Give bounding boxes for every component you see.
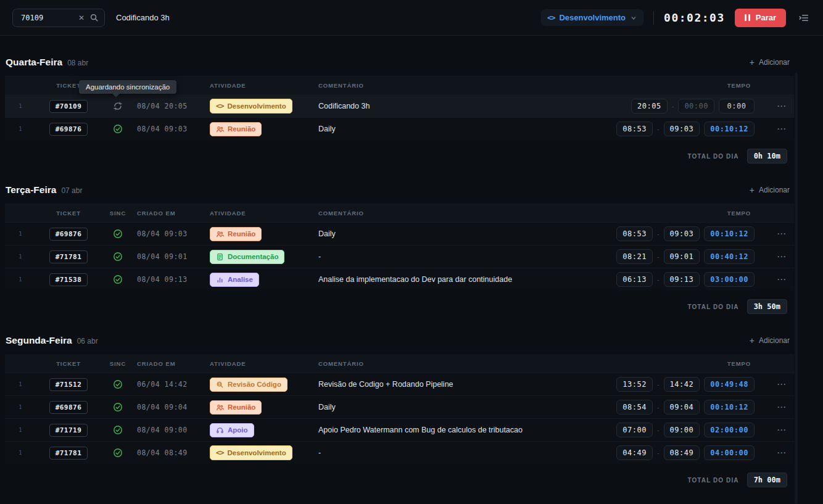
start-time-input[interactable]: 13:52 [616,377,653,392]
scrollbar[interactable] [795,73,798,504]
start-time-input[interactable]: 08:53 [616,122,653,136]
start-time-input[interactable]: 04:49 [616,445,653,460]
time-entry-row[interactable]: 1 #71781 08/04 09:01 Documentação - 08:2… [5,245,794,268]
created-at: 08/04 09:13 [134,275,210,284]
time-entry-row[interactable]: 1 #70109 08/04 20:05 <> Desenvolvimento … [5,94,794,117]
row-menu-button[interactable]: ⋯ [769,123,794,134]
ticket-badge[interactable]: #71538 [49,273,88,286]
duration-value[interactable]: 00:49:48 [704,377,755,392]
time-entry-row[interactable]: 1 #71719 08/04 09:00 Apoio Apoio Pedro W… [5,418,794,441]
column-header-tempo: TEMPO [611,360,769,367]
end-time-input[interactable]: 00:00 [678,99,714,114]
duration-value[interactable]: 00:10:12 [704,122,755,136]
ticket-badge[interactable]: #71781 [49,250,88,263]
activity-badge[interactable]: Reunião [210,122,262,136]
collapse-panel-icon [798,12,809,23]
activity-badge[interactable]: Documentação [210,250,284,264]
sync-success-icon[interactable] [113,252,123,262]
duration-value[interactable]: 0:00 [719,99,755,114]
end-time-input[interactable]: 14:42 [664,377,700,392]
sync-success-icon[interactable] [113,229,123,239]
ticket-badge[interactable]: #69876 [49,228,88,241]
start-time-input[interactable]: 08:53 [616,226,653,241]
activity-badge[interactable]: Analise [210,273,259,287]
search-icon[interactable] [89,13,99,22]
row-menu-button[interactable]: ⋯ [769,228,794,239]
start-time-input[interactable]: 06:13 [616,272,653,287]
total-day-label: TOTAL DO DIA [687,153,738,160]
ticket-badge[interactable]: #69876 [49,401,88,414]
sync-success-icon[interactable] [113,275,123,284]
time-entry-row[interactable]: 1 #69876 08/04 09:04 Reunião Daily 08:54… [5,395,794,418]
ticket-search-box[interactable]: ✕ [12,9,105,27]
total-day-label: TOTAL DO DIA [687,477,738,484]
end-time-input[interactable]: 09:13 [664,272,700,287]
row-menu-button[interactable]: ⋯ [769,447,794,458]
sync-pending-icon[interactable] [113,101,123,111]
start-time-input[interactable]: 08:21 [616,249,653,264]
code-icon: <> [216,102,223,110]
duration-value[interactable]: 03:00:00 [704,272,755,287]
add-entry-button[interactable]: + Adicionar [746,57,793,67]
clear-search-icon[interactable]: ✕ [78,14,85,22]
duration-value[interactable]: 02:00:00 [704,423,755,437]
activity-badge[interactable]: Reunião [210,227,262,241]
time-entry-row[interactable]: 1 #71781 08/04 08:49 <> Desenvolvimento … [5,441,794,464]
day-title: Terça-Feira [6,184,56,196]
activity-badge[interactable]: <> Desenvolvimento [210,445,292,460]
row-index: 1 [5,404,36,410]
search-input[interactable] [20,13,73,23]
activity-badge[interactable]: Apoio [210,423,254,437]
duration-value[interactable]: 00:10:12 [704,400,755,415]
collapse-panel-button[interactable] [797,11,811,25]
ticket-badge[interactable]: #71512 [49,378,88,391]
column-header-atividade: ATIVIDADE [210,360,313,367]
ticket-badge[interactable]: #70109 [49,100,88,113]
add-entry-button[interactable]: + Adicionar [746,185,793,195]
duration-value[interactable]: 04:00:00 [704,445,755,460]
sync-success-icon[interactable] [113,448,123,458]
end-time-input[interactable]: 09:03 [664,122,700,136]
activity-label: Reunião [228,403,255,411]
ticket-badge[interactable]: #69876 [49,123,88,136]
activity-label: Analise [228,276,253,283]
column-header-atividade: ATIVIDADE [210,210,313,217]
end-time-input[interactable]: 08:49 [664,445,700,460]
time-entry-row[interactable]: 1 #69876 08/04 09:03 Reunião Daily 08:53… [5,222,794,245]
activity-badge[interactable]: <> Desenvolvimento [210,99,292,114]
end-time-input[interactable]: 09:04 [664,400,700,415]
row-menu-button[interactable]: ⋯ [769,379,794,390]
row-menu-button[interactable]: ⋯ [769,101,794,112]
stop-timer-button[interactable]: Parar [735,9,786,27]
sync-success-icon[interactable] [113,124,123,134]
sync-success-icon[interactable] [113,402,123,412]
end-time-input[interactable]: 09:00 [664,423,700,437]
timer-display: 00:02:03 [664,11,725,24]
ticket-badge[interactable]: #71781 [49,447,88,460]
end-time-input[interactable]: 09:01 [664,249,700,264]
activity-badge[interactable]: Reunião [210,400,262,415]
entry-comment: Daily [313,125,611,133]
start-time-input[interactable]: 07:00 [616,423,653,437]
activity-badge[interactable]: Revisão Código [210,378,287,392]
ticket-badge[interactable]: #71719 [49,424,88,437]
duration-value[interactable]: 00:10:12 [704,226,755,241]
add-entry-button[interactable]: + Adicionar [746,336,793,345]
sync-success-icon[interactable] [113,425,123,435]
sync-success-icon[interactable] [113,379,123,389]
start-time-input[interactable]: 20:05 [631,99,668,114]
duration-value[interactable]: 00:40:12 [704,249,755,264]
end-time-input[interactable]: 09:03 [664,226,700,241]
time-entry-row[interactable]: 1 #71512 06/04 14:42 Revisão Código Revi… [5,373,794,395]
total-day-value: 0h 10m [747,149,787,163]
start-time-input[interactable]: 08:54 [616,400,653,415]
time-entry-row[interactable]: 1 #69876 08/04 09:03 Reunião Daily 08:53… [5,117,794,140]
activity-selector[interactable]: <> Desenvolvimento [541,9,643,26]
row-menu-button[interactable]: ⋯ [769,402,794,413]
time-entry-row[interactable]: 1 #71538 08/04 09:13 Analise Analise da … [5,268,794,291]
row-menu-button[interactable]: ⋯ [769,424,794,436]
row-menu-button[interactable]: ⋯ [769,251,794,262]
entry-comment: Revisão de Codigo + Rodando Pipeline [313,380,611,389]
row-menu-button[interactable]: ⋯ [769,274,794,285]
day-header: Terça-Feira 07 abr + Adicionar [5,184,794,196]
